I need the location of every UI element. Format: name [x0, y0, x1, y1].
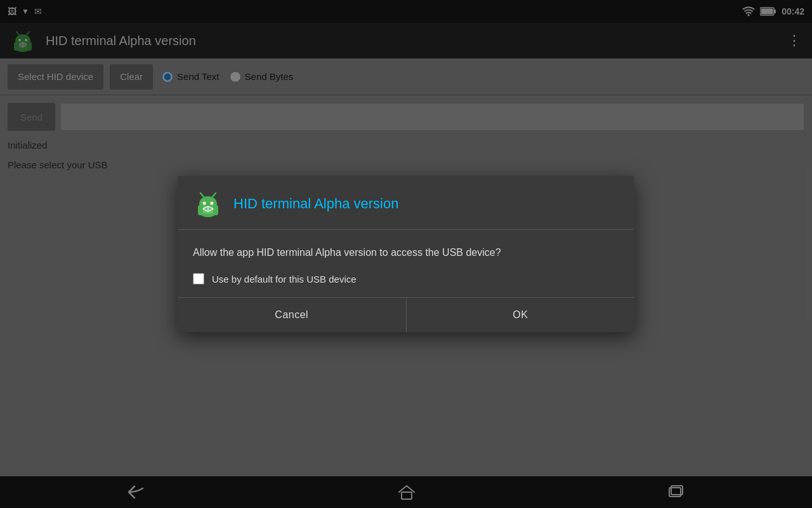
dialog-title: HID terminal Alpha version — [233, 196, 398, 212]
use-default-label: Use by default for this USB device — [212, 274, 357, 284]
dialog-body: Allow the app HID terminal Alpha version… — [178, 230, 634, 297]
svg-line-19 — [200, 193, 204, 197]
svg-point-18 — [211, 202, 214, 205]
dialog-overlay: HID terminal Alpha version Allow the app… — [0, 0, 812, 508]
ok-button[interactable]: OK — [407, 298, 635, 332]
dialog-message: Allow the app HID terminal Alpha version… — [193, 245, 619, 260]
svg-point-17 — [203, 202, 206, 205]
cancel-button[interactable]: Cancel — [178, 298, 406, 332]
permission-dialog: HID terminal Alpha version Allow the app… — [178, 176, 634, 332]
dialog-header: HID terminal Alpha version — [178, 176, 634, 230]
svg-line-20 — [213, 193, 216, 197]
dialog-android-logo-icon — [193, 189, 223, 219]
default-checkbox-row: Use by default for this USB device — [193, 273, 619, 284]
use-default-checkbox[interactable] — [193, 273, 204, 284]
dialog-footer: Cancel OK — [178, 297, 634, 332]
